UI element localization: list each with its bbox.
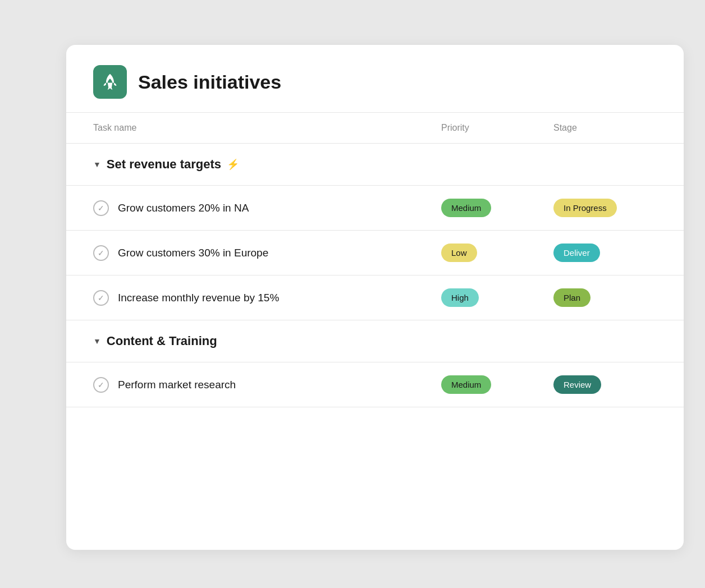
- col-task-name: Task name: [93, 113, 432, 143]
- task-name-cell: ✓ Perform market research: [93, 366, 432, 404]
- priority-badge: Medium: [441, 375, 491, 394]
- priority-badge: Low: [441, 244, 477, 262]
- priority-badge: Medium: [441, 199, 491, 217]
- main-card: Sales initiatives Task name Priority Sta…: [66, 45, 684, 550]
- table-row: ✓ Grow customers 20% in NA Medium In Pro…: [66, 186, 684, 231]
- task-label: Perform market research: [118, 379, 236, 391]
- stage-badge: Plan: [553, 288, 590, 307]
- table-row: ✓ Grow customers 30% in Europe Low Deliv…: [66, 231, 684, 275]
- group-title-revenue: Set revenue targets: [107, 157, 221, 172]
- priority-cell: High: [432, 277, 544, 318]
- priority-badge: High: [441, 288, 479, 307]
- task-table: Task name Priority Stage ▼ Set revenue t…: [66, 112, 684, 407]
- chevron-down-icon: ▼: [93, 160, 101, 169]
- task-label: Increase monthly revenue by 15%: [118, 292, 279, 304]
- stage-badge: In Progress: [553, 199, 617, 217]
- col-stage: Stage: [544, 113, 657, 143]
- stage-cell: Deliver: [544, 232, 657, 273]
- stage-cell: Review: [544, 364, 657, 405]
- chevron-down-icon: ▼: [93, 337, 101, 346]
- task-label: Grow customers 30% in Europe: [118, 247, 268, 259]
- lightning-icon: ⚡: [227, 158, 239, 171]
- stage-cell: In Progress: [544, 187, 657, 228]
- check-icon: ✓: [93, 290, 109, 306]
- priority-cell: Medium: [432, 187, 544, 228]
- stage-badge: Deliver: [553, 244, 600, 262]
- check-icon: ✓: [93, 377, 109, 393]
- stage-cell: Plan: [544, 277, 657, 318]
- check-icon: ✓: [93, 245, 109, 261]
- stage-badge: Review: [553, 375, 601, 394]
- page-title: Sales initiatives: [138, 71, 281, 93]
- task-label: Grow customers 20% in NA: [118, 202, 249, 214]
- page-header: Sales initiatives: [66, 45, 684, 112]
- app-icon: [93, 65, 127, 99]
- table-row: ✓ Increase monthly revenue by 15% High P…: [66, 275, 684, 320]
- group-title-content: Content & Training: [107, 334, 217, 348]
- priority-cell: Low: [432, 232, 544, 273]
- group-content-training[interactable]: ▼ Content & Training: [66, 320, 684, 362]
- rocket-icon: [100, 72, 120, 91]
- priority-cell: Medium: [432, 364, 544, 405]
- task-name-cell: ✓ Grow customers 20% in NA: [93, 189, 432, 227]
- table-row: ✓ Perform market research Medium Review: [66, 362, 684, 407]
- group-set-revenue-targets[interactable]: ▼ Set revenue targets ⚡: [66, 144, 684, 186]
- task-name-cell: ✓ Increase monthly revenue by 15%: [93, 279, 432, 317]
- col-priority: Priority: [432, 113, 544, 143]
- table-header-row: Task name Priority Stage: [66, 112, 684, 144]
- task-name-cell: ✓ Grow customers 30% in Europe: [93, 234, 432, 272]
- check-icon: ✓: [93, 200, 109, 216]
